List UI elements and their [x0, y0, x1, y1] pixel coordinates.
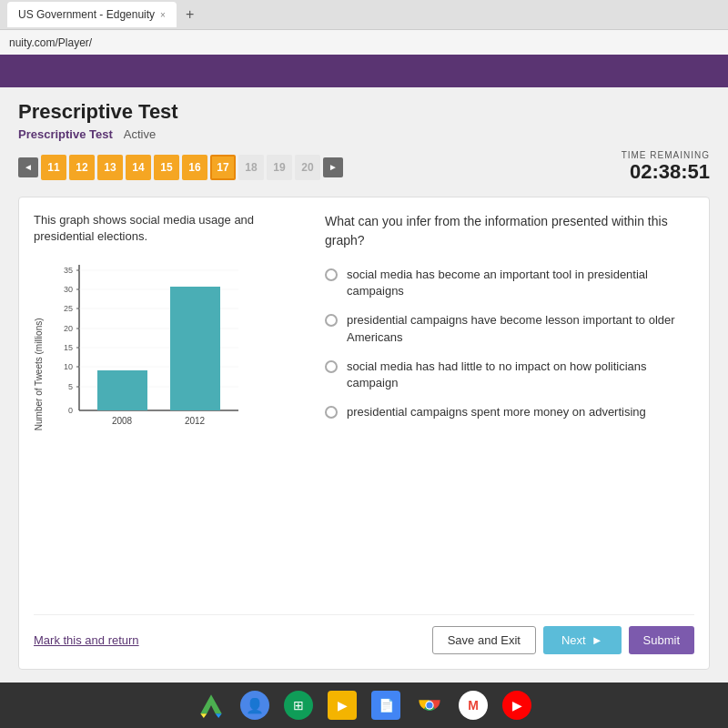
chart-description: This graph shows social media usage and … [34, 212, 307, 245]
app-header [0, 55, 728, 87]
mark-return-link[interactable]: Mark this and return [34, 633, 139, 647]
card-footer: Mark this and return Save and Exit Next … [34, 614, 694, 654]
nav-btn-17[interactable]: 17 [210, 155, 236, 180]
tab-title: US Government - Edgenuity [18, 8, 155, 21]
chart-area: This graph shows social media usage and … [34, 212, 307, 600]
svg-text:15: 15 [64, 343, 73, 352]
svg-marker-28 [216, 713, 222, 718]
radio-c[interactable] [325, 360, 338, 373]
nav-btn-20[interactable]: 20 [295, 155, 320, 180]
y-axis-label: Number of Tweets (millions) [34, 256, 44, 492]
submit-button[interactable]: Submit [629, 626, 694, 654]
next-arrow-icon: ► [592, 633, 603, 647]
nav-btn-18[interactable]: 18 [238, 155, 264, 180]
sheets-icon[interactable]: ⊞ [284, 691, 313, 720]
option-b[interactable]: presidential campaigns have become lesso… [325, 312, 694, 345]
docs-icon[interactable]: 📄 [371, 691, 400, 720]
option-a-text: social media has become an important too… [347, 267, 694, 299]
option-c[interactable]: social media has had little to no impact… [325, 359, 694, 391]
question-text: What can you infer from the information … [325, 212, 694, 250]
timer-box: TIME REMAINING 02:38:51 [622, 150, 710, 184]
svg-text:0: 0 [68, 406, 73, 415]
svg-text:25: 25 [64, 304, 73, 313]
svg-marker-27 [200, 713, 207, 718]
option-b-text: presidential campaigns have become lesso… [347, 312, 694, 345]
svg-text:20: 20 [64, 324, 73, 333]
taskbar: 👤 ⊞ ▶ 📄 M ▶ [0, 682, 728, 728]
bar-chart: 35 30 25 20 [47, 256, 307, 492]
breadcrumb-row: Prescriptive Test Active [18, 127, 710, 141]
footer-buttons: Save and Exit Next ► Submit [432, 626, 694, 654]
bar-2008 [97, 370, 147, 410]
nav-btn-11[interactable]: 11 [41, 155, 66, 180]
nav-next-button[interactable]: ► [323, 157, 343, 177]
nav-btn-16[interactable]: 16 [182, 155, 207, 180]
nav-btn-19[interactable]: 19 [267, 155, 292, 180]
nav-btn-13[interactable]: 13 [97, 155, 123, 180]
breadcrumb-status: Active [124, 127, 156, 141]
option-c-text: social media has had little to no impact… [347, 359, 694, 391]
address-bar: nuity.com/Player/ [0, 29, 728, 55]
people-icon[interactable]: 👤 [240, 691, 269, 720]
save-exit-button[interactable]: Save and Exit [432, 626, 536, 654]
question-nav: ◄ 11 12 13 14 15 16 17 18 19 20 ► [18, 155, 343, 180]
radio-a[interactable] [325, 268, 338, 281]
svg-point-31 [427, 703, 433, 709]
nav-prev-button[interactable]: ◄ [18, 157, 38, 177]
browser-tab[interactable]: US Government - Edgenuity × [7, 2, 177, 27]
url-text: nuity.com/Player/ [9, 36, 92, 49]
radio-b[interactable] [325, 314, 338, 327]
timer-value: 02:38:51 [622, 160, 710, 184]
svg-text:10: 10 [64, 362, 73, 371]
radio-d[interactable] [325, 406, 338, 419]
option-a[interactable]: social media has become an important too… [325, 267, 694, 299]
main-content: Prescriptive Test Prescriptive Test Acti… [0, 87, 728, 682]
tab-close-button[interactable]: × [160, 10, 166, 20]
nav-timer-row: ◄ 11 12 13 14 15 16 17 18 19 20 ► TIME R… [18, 150, 710, 184]
chrome-icon[interactable] [415, 691, 444, 720]
svg-marker-26 [200, 694, 221, 713]
new-tab-button[interactable]: + [182, 6, 197, 23]
svg-text:5: 5 [68, 382, 73, 391]
page-title: Prescriptive Test [18, 100, 710, 124]
google-drive-icon[interactable] [197, 691, 226, 720]
nav-btn-14[interactable]: 14 [126, 155, 151, 180]
option-d-text: presidential campaigns spent more money … [347, 404, 646, 420]
bar-2012 [170, 287, 220, 410]
nav-btn-15[interactable]: 15 [154, 155, 179, 180]
svg-text:35: 35 [64, 266, 73, 275]
timer-label: TIME REMAINING [622, 150, 710, 160]
question-body: This graph shows social media usage and … [34, 212, 694, 600]
option-d[interactable]: presidential campaigns spent more money … [325, 404, 694, 420]
options-list: social media has become an important too… [325, 267, 694, 420]
question-card: This graph shows social media usage and … [18, 197, 710, 670]
svg-text:2012: 2012 [185, 416, 206, 426]
next-button[interactable]: Next ► [543, 626, 622, 654]
breadcrumb-link[interactable]: Prescriptive Test [18, 127, 113, 141]
question-right: What can you infer from the information … [325, 212, 694, 600]
gmail-icon[interactable]: M [459, 691, 488, 720]
browser-bar: US Government - Edgenuity × + [0, 0, 728, 29]
youtube-icon[interactable]: ▶ [502, 691, 531, 720]
svg-text:2008: 2008 [112, 416, 133, 426]
slides-icon[interactable]: ▶ [328, 691, 357, 720]
next-label: Next [561, 633, 586, 647]
svg-text:30: 30 [64, 285, 73, 294]
nav-btn-12[interactable]: 12 [69, 155, 95, 180]
